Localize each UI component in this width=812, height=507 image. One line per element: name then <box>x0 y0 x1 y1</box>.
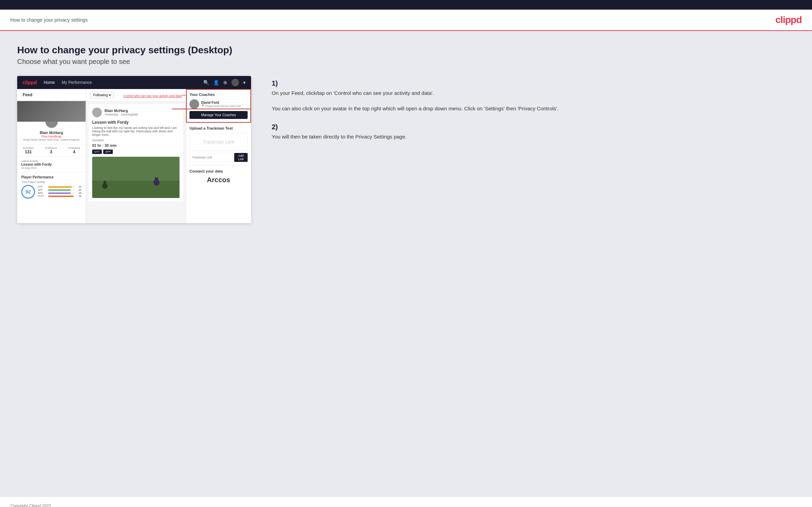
perf-bar-label: OTT <box>38 186 47 188</box>
perf-bar-track <box>48 186 75 188</box>
logo: clippd <box>776 14 802 25</box>
latest-label: Latest Activity <box>21 159 82 163</box>
profile-stats: Activities 131 Followers 3 Following 4 <box>17 144 86 157</box>
player-performance: Player Performance Total Player Quality … <box>17 172 86 201</box>
profile-banner <box>17 101 86 122</box>
chevron-down-icon[interactable]: ▾ <box>243 80 246 85</box>
activity-user-name: Blair McHarg <box>105 109 138 113</box>
tag-app: APP <box>103 150 113 154</box>
activity-user: Blair McHarg Yesterday · Sunningdale <box>92 108 180 117</box>
trackman-add-btn[interactable]: Add Link <box>234 153 248 162</box>
page-subheading: Choose what you want people to see <box>17 58 795 66</box>
activity-user-info: Blair McHarg Yesterday · Sunningdale <box>105 109 138 116</box>
perf-bar-label: PUTT <box>38 195 47 197</box>
activity-title: Lesson with Fordy <box>92 120 180 125</box>
perf-bar-fill <box>48 196 74 197</box>
app-nav-right: 🔍 👤 ⊕ ▾ <box>203 79 246 86</box>
perf-bar-value: 96 <box>76 195 82 197</box>
perf-bar-label: ARG <box>38 192 47 194</box>
stat-following-value: 4 <box>68 150 80 154</box>
activity-user-avatar <box>92 108 102 117</box>
following-label: Following <box>93 93 108 97</box>
activity-card: Blair McHarg Yesterday · Sunningdale Les… <box>89 104 183 201</box>
app-navbar: clippd Home My Performance 🔍 👤 ⊕ ▾ <box>17 76 251 89</box>
stat-followers-label: Followers <box>45 146 57 150</box>
coaches-section: Your Coaches David Ford 📍 Royal North De… <box>186 89 251 123</box>
instructions: 1) On your Feed, click/tap on 'Control w… <box>265 76 795 151</box>
perf-bar-track <box>48 192 75 194</box>
perf-title: Player Performance <box>21 175 82 179</box>
chevron-icon: ▾ <box>109 93 111 97</box>
instruction-2-num: 2) <box>272 123 795 131</box>
perf-bar-row: APP 85 <box>38 189 82 191</box>
arrow-right-icon <box>182 93 186 97</box>
perf-bar-row: ARG 86 <box>38 192 82 194</box>
app-logo: clippd <box>23 80 37 85</box>
main-content: How to change your privacy settings (Des… <box>0 31 812 497</box>
trackman-display: Trackman Link <box>190 133 248 151</box>
app-right: Your Coaches David Ford 📍 Royal North De… <box>186 89 251 223</box>
privacy-link[interactable]: Control who can see your activity and da… <box>123 94 182 98</box>
stat-activities-value: 131 <box>23 150 34 154</box>
app-sidebar: Feed Blair McHarg Plus Handicap Royal No… <box>17 89 86 223</box>
coach-avatar <box>190 99 199 109</box>
perf-bar-track <box>48 196 75 197</box>
latest-name: Lesson with Fordy <box>21 163 82 166</box>
app-screenshot: clippd Home My Performance 🔍 👤 ⊕ ▾ Feed <box>17 76 251 223</box>
coaches-wrapper: Your Coaches David Ford 📍 Royal North De… <box>186 89 251 123</box>
svg-rect-5 <box>104 181 106 188</box>
feed-header: Following ▾ Control who can see your act… <box>86 89 186 101</box>
profile-handicap: Plus Handicap <box>17 135 86 138</box>
perf-bar-fill <box>48 186 72 188</box>
app-body: Feed Blair McHarg Plus Handicap Royal No… <box>17 89 251 223</box>
trackman-title: Upload a Trackman Test <box>190 126 248 130</box>
user-avatar[interactable] <box>231 79 239 86</box>
stat-followers: Followers 3 <box>45 146 57 154</box>
instruction-2-text: You will then be taken directly to the P… <box>272 133 795 141</box>
stat-followers-value: 3 <box>45 150 57 154</box>
app-feed: Following ▾ Control who can see your act… <box>86 89 186 223</box>
add-icon[interactable]: ⊕ <box>223 80 227 85</box>
page-heading: How to change your privacy settings (Des… <box>17 45 795 56</box>
coach-item: David Ford 📍 Royal North Devon Golf Club <box>190 99 248 109</box>
header: How to change your privacy settings clip… <box>0 10 812 31</box>
trackman-input[interactable] <box>190 153 233 162</box>
coach-club: 📍 Royal North Devon Golf Club <box>201 104 241 108</box>
activity-tags: OTT APP <box>92 150 180 154</box>
latest-activity: Latest Activity Lesson with Fordy 03 Aug… <box>17 157 86 172</box>
instruction-2: 2) You will then be taken directly to th… <box>272 123 795 141</box>
nav-home[interactable]: Home <box>44 80 55 85</box>
activity-duration-label: Duration <box>92 139 180 142</box>
perf-bar-fill <box>48 192 71 194</box>
activity-image <box>92 157 180 198</box>
perf-bar-value: 85 <box>76 189 82 191</box>
trackman-input-row: Add Link <box>190 153 248 162</box>
connect-title: Connect your data <box>190 169 248 173</box>
location-icon: 📍 <box>201 104 205 108</box>
feed-tab: Feed <box>17 89 86 101</box>
footer-text: Copyright Clippd 2022 <box>10 504 51 507</box>
instruction-1-num: 1) <box>272 79 795 87</box>
stat-following: Following 4 <box>68 146 80 154</box>
coaches-title: Your Coaches <box>190 92 248 97</box>
perf-bar-value: 90 <box>76 186 82 188</box>
person-icon[interactable]: 👤 <box>213 80 219 85</box>
coach-name: David Ford <box>201 101 241 104</box>
perf-bar-row: OTT 90 <box>38 186 82 188</box>
activity-user-meta: Yesterday · Sunningdale <box>105 113 138 116</box>
perf-bars: OTT 90 APP 85 ARG 86 PUTT 96 <box>38 186 82 198</box>
header-title: How to change your privacy settings <box>10 17 88 23</box>
connect-section: Connect your data Arccos <box>186 166 251 187</box>
stat-activities-label: Activities <box>23 146 34 150</box>
perf-bar-row: PUTT 96 <box>38 195 82 197</box>
nav-my-performance[interactable]: My Performance <box>62 80 92 85</box>
manage-coaches-btn[interactable]: Manage Your Coaches <box>190 111 248 119</box>
search-icon[interactable]: 🔍 <box>203 80 209 85</box>
coach-info: David Ford 📍 Royal North Devon Golf Club <box>201 101 241 108</box>
perf-bar-label: APP <box>38 189 47 191</box>
perf-quality-label: Total Player Quality <box>21 180 82 184</box>
following-btn[interactable]: Following ▾ <box>90 92 114 98</box>
content-area: clippd Home My Performance 🔍 👤 ⊕ ▾ Feed <box>17 76 795 223</box>
latest-date: 03 Aug 2022 <box>21 166 82 169</box>
profile-name: Blair McHarg <box>17 131 86 135</box>
